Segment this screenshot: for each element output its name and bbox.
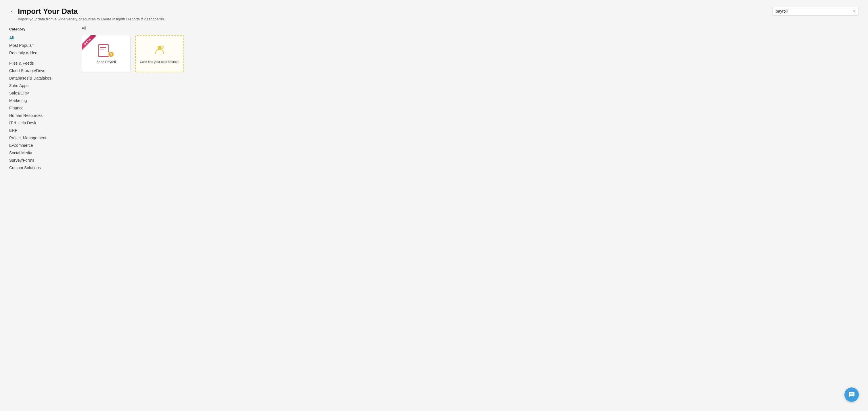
cant-find-icon: ? bbox=[151, 43, 168, 58]
sidebar-item-e-commerce[interactable]: E-Commerce bbox=[9, 142, 72, 149]
sidebar-item-erp[interactable]: ERP bbox=[9, 127, 72, 134]
sidebar-item-finance[interactable]: Finance bbox=[9, 104, 72, 112]
cant-find-icon-wrapper: ? bbox=[154, 44, 165, 57]
sidebar-item-zoho-apps[interactable]: Zoho Apps bbox=[9, 82, 72, 89]
card-cant-find[interactable]: ? Can't find your data source? bbox=[135, 35, 184, 72]
chat-icon bbox=[848, 391, 855, 398]
header: ‹ Import Your Data Import your data from… bbox=[0, 0, 868, 26]
beta-ribbon bbox=[82, 35, 99, 53]
sidebar-item-most-popular[interactable]: Most Popular bbox=[9, 42, 72, 49]
sidebar-item-project-management[interactable]: Project Management bbox=[9, 134, 72, 142]
card-icon: $ bbox=[97, 43, 115, 58]
search-box: × bbox=[773, 7, 859, 15]
content-area: All $ Zoho Payroll bbox=[72, 26, 859, 411]
page-title: Import Your Data bbox=[18, 7, 165, 16]
header-left: ‹ Import Your Data Import your data from… bbox=[9, 7, 165, 21]
sidebar-item-marketing[interactable]: Marketing bbox=[9, 97, 72, 104]
cant-find-person-icon: ? bbox=[154, 44, 165, 57]
chat-button[interactable] bbox=[844, 387, 859, 402]
header-title-block: Import Your Data Import your data from a… bbox=[18, 7, 165, 21]
sidebar-item-databases[interactable]: Databases & Datalakes bbox=[9, 74, 72, 82]
search-input[interactable] bbox=[776, 9, 851, 13]
category-label: Category bbox=[9, 27, 72, 31]
sidebar-item-human-resources[interactable]: Human Resources bbox=[9, 112, 72, 119]
sidebar-item-all[interactable]: All bbox=[9, 34, 72, 42]
sidebar-item-it-help-desk[interactable]: IT & Help Desk bbox=[9, 119, 72, 127]
sidebar-item-recently-added[interactable]: Recently Added bbox=[9, 49, 72, 57]
cards-grid: $ Zoho Payroll bbox=[82, 35, 859, 72]
page-wrapper: ‹ Import Your Data Import your data from… bbox=[0, 0, 868, 411]
payroll-coin-icon: $ bbox=[108, 51, 114, 58]
back-button[interactable]: ‹ bbox=[9, 7, 14, 15]
svg-text:?: ? bbox=[162, 46, 163, 49]
card-zoho-payroll[interactable]: $ Zoho Payroll bbox=[82, 35, 130, 72]
search-clear-button[interactable]: × bbox=[853, 9, 856, 13]
sidebar-item-social-media[interactable]: Social Media bbox=[9, 149, 72, 157]
card-label: Zoho Payroll bbox=[96, 60, 116, 64]
card-label: Can't find your data source? bbox=[140, 60, 179, 64]
page-subtitle: Import your data from a wide variety of … bbox=[18, 17, 165, 21]
sidebar-item-custom-solutions[interactable]: Custom Solutions bbox=[9, 164, 72, 171]
sidebar-item-cloud-storage[interactable]: Cloud Storage/Drive bbox=[9, 67, 72, 74]
sidebar-item-files-feeds[interactable]: Files & Feeds bbox=[9, 60, 72, 67]
section-label: All bbox=[82, 26, 859, 30]
payroll-doc-icon bbox=[98, 44, 109, 57]
zoho-payroll-icon: $ bbox=[98, 44, 114, 58]
main-content: Category All Most Popular Recently Added… bbox=[0, 26, 868, 411]
sidebar: Category All Most Popular Recently Added… bbox=[9, 26, 72, 411]
sidebar-item-survey-forms[interactable]: Survey/Forms bbox=[9, 157, 72, 164]
sidebar-item-sales-crm[interactable]: Sales/CRM bbox=[9, 89, 72, 97]
